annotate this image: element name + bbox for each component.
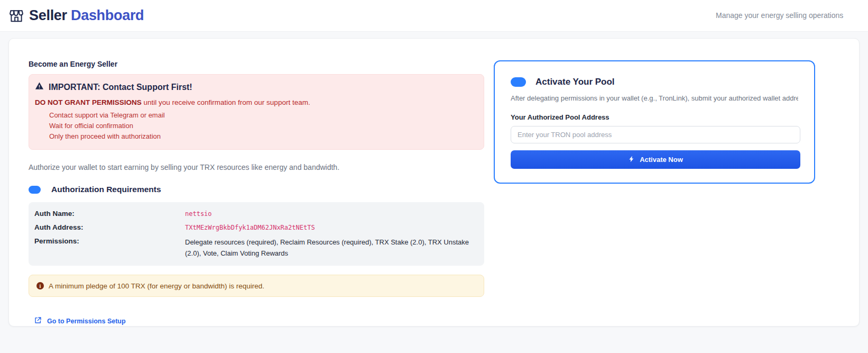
activate-pool-description: After delegating permissions in your wal… [511, 94, 798, 102]
auth-name-value: nettsio [185, 209, 478, 219]
pledge-note-text: A minimum pledge of 100 TRX (for energy … [49, 282, 264, 290]
main-panel: Become an Energy Seller IMPORTANT: Conta… [8, 38, 860, 327]
permissions-row: Permissions: Delegate resources (require… [34, 237, 478, 259]
support-warning-alert: IMPORTANT: Contact Support First! DO NOT… [29, 74, 484, 150]
app-header: Seller Dashboard Manage your energy sell… [0, 0, 868, 32]
page-title: Seller Dashboard [29, 7, 144, 24]
alert-steps-list: Contact support via Telegram or email Wa… [35, 110, 478, 142]
alert-step: Wait for official confirmation [49, 121, 478, 131]
requirements-heading: Authorization Requirements [51, 185, 161, 194]
permissions-setup-link[interactable]: Go to Permissions Setup [34, 316, 126, 326]
become-seller-heading: Become an Energy Seller [29, 60, 484, 68]
requirements-box: Auth Name: nettsio Auth Address: TXtMEzW… [29, 202, 484, 266]
page-title-secondary: Dashboard [71, 7, 144, 23]
auth-address-label: Auth Address: [34, 223, 185, 232]
auth-name-label: Auth Name: [34, 209, 185, 219]
warning-triangle-icon [35, 82, 44, 93]
activate-now-button[interactable]: Activate Now [511, 150, 800, 169]
storefront-icon [8, 8, 24, 24]
authorize-description: Authorize your wallet to start earning b… [29, 163, 484, 171]
lightning-bolt-icon [628, 156, 635, 164]
activate-pool-heading: Activate Your Pool [535, 77, 615, 87]
header-subtitle: Manage your energy selling operations [716, 11, 843, 20]
blue-pill-icon [511, 77, 526, 87]
auth-name-row: Auth Name: nettsio [34, 209, 478, 219]
permissions-setup-link-label: Go to Permissions Setup [47, 318, 126, 325]
become-seller-section: Become an Energy Seller IMPORTANT: Conta… [29, 60, 484, 326]
page-title-primary: Seller [29, 7, 67, 23]
auth-address-value: TXtMEzWrgBkbDfyk1aDM62JNxRa2tNEtTS [185, 223, 478, 232]
pledge-note: i A minimum pledge of 100 TRX (for energ… [29, 275, 484, 297]
permissions-value: Delegate resources (required), Reclaim R… [185, 237, 470, 259]
brand: Seller Dashboard [8, 7, 144, 24]
blue-pill-icon [29, 186, 41, 194]
alert-title: IMPORTANT: Contact Support First! [49, 83, 192, 92]
activate-now-label: Activate Now [640, 156, 683, 164]
pool-address-label: Your Authorized Pool Address [511, 113, 798, 121]
alert-step: Only then proceed with authorization [49, 131, 478, 142]
alert-warning-bold: DO NOT GRANT PERMISSIONS [35, 98, 142, 106]
info-icon: i [36, 282, 44, 289]
pool-address-input[interactable] [511, 126, 800, 143]
alert-warning-rest: until you receive confirmation from our … [142, 98, 310, 106]
alert-step: Contact support via Telegram or email [49, 110, 478, 121]
activate-pool-card: Activate Your Pool After delegating perm… [494, 60, 815, 184]
external-link-icon [34, 316, 42, 326]
permissions-label: Permissions: [34, 237, 185, 259]
alert-warning-text: DO NOT GRANT PERMISSIONS until you recei… [35, 98, 478, 106]
auth-address-row: Auth Address: TXtMEzWrgBkbDfyk1aDM62JNxR… [34, 223, 478, 232]
